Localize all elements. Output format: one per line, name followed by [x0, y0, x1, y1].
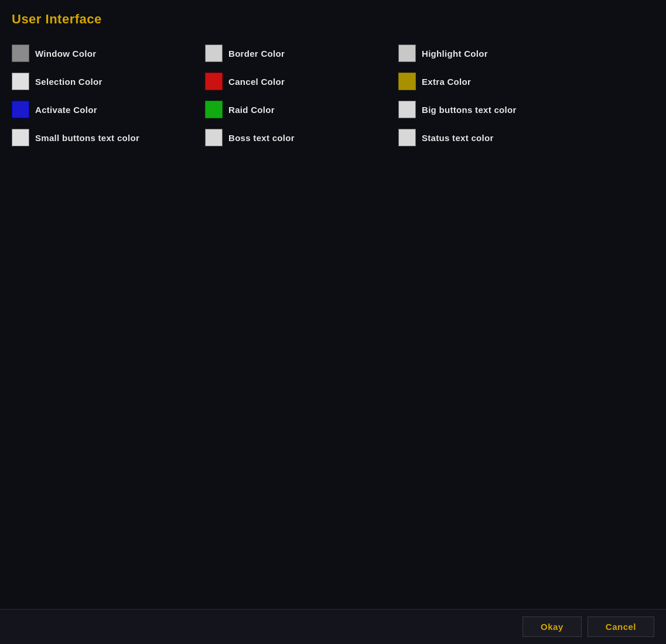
- color-grid: Window ColorBorder ColorHighlight ColorS…: [12, 44, 586, 146]
- extra-color-label: Extra Color: [422, 77, 471, 87]
- main-panel: User Interface Window ColorBorder ColorH…: [0, 0, 666, 644]
- okay-button[interactable]: Okay: [522, 616, 582, 637]
- selection-color-swatch[interactable]: [12, 73, 29, 90]
- border-color-swatch[interactable]: [205, 44, 223, 62]
- status-color-swatch[interactable]: [398, 129, 416, 146]
- boss-color-swatch[interactable]: [205, 129, 223, 146]
- highlight-color-swatch[interactable]: [398, 44, 416, 62]
- cancel-button[interactable]: Cancel: [588, 616, 654, 637]
- cancel-color-label: Cancel Color: [228, 77, 285, 87]
- footer-bar: Okay Cancel: [0, 609, 666, 644]
- window-color-label: Window Color: [35, 49, 96, 59]
- raid-color-label: Raid Color: [228, 105, 275, 115]
- boss-color-item[interactable]: Boss text color: [205, 129, 392, 146]
- border-color-label: Border Color: [228, 49, 285, 59]
- page-title: User Interface: [12, 12, 654, 27]
- activate-color-label: Activate Color: [35, 105, 97, 115]
- activate-color-swatch[interactable]: [12, 101, 29, 118]
- window-color-swatch[interactable]: [12, 44, 29, 62]
- smallbtn-color-swatch[interactable]: [12, 129, 29, 146]
- raid-color-swatch[interactable]: [205, 101, 223, 118]
- status-color-item[interactable]: Status text color: [398, 129, 586, 146]
- selection-color-label: Selection Color: [35, 77, 103, 87]
- smallbtn-color-label: Small buttons text color: [35, 133, 139, 143]
- raid-color-item[interactable]: Raid Color: [205, 101, 392, 118]
- smallbtn-color-item[interactable]: Small buttons text color: [12, 129, 199, 146]
- cancel-color-swatch[interactable]: [205, 73, 223, 90]
- highlight-color-item[interactable]: Highlight Color: [398, 44, 586, 62]
- activate-color-item[interactable]: Activate Color: [12, 101, 199, 118]
- border-color-item[interactable]: Border Color: [205, 44, 392, 62]
- cancel-color-item[interactable]: Cancel Color: [205, 73, 392, 90]
- selection-color-item[interactable]: Selection Color: [12, 73, 199, 90]
- bigbtn-color-item[interactable]: Big buttons text color: [398, 101, 586, 118]
- highlight-color-label: Highlight Color: [422, 49, 488, 59]
- boss-color-label: Boss text color: [228, 133, 295, 143]
- status-color-label: Status text color: [422, 133, 494, 143]
- extra-color-item[interactable]: Extra Color: [398, 73, 586, 90]
- extra-color-swatch[interactable]: [398, 73, 416, 90]
- bigbtn-color-swatch[interactable]: [398, 101, 416, 118]
- window-color-item[interactable]: Window Color: [12, 44, 199, 62]
- bigbtn-color-label: Big buttons text color: [422, 105, 517, 115]
